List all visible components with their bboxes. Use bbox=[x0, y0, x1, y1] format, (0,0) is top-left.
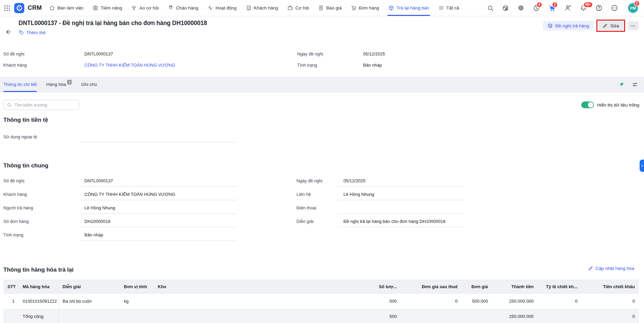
field-search-box bbox=[3, 100, 79, 110]
col-stt[interactable]: STT bbox=[3, 280, 19, 294]
tab-detail-info[interactable]: Thông tin chi tiết bbox=[3, 77, 37, 92]
nav-orders[interactable]: Đơn hàng bbox=[351, 0, 379, 16]
field-underline bbox=[79, 240, 236, 241]
more-actions-button[interactable]: ⋯ bbox=[628, 21, 638, 30]
col-unit[interactable]: Đơn vị tính bbox=[120, 280, 154, 294]
search-icon[interactable] bbox=[487, 5, 494, 11]
add-tag-link[interactable]: Thêm thẻ bbox=[19, 30, 46, 35]
cell-unit-price: 500.000 bbox=[462, 294, 492, 309]
col-unit-price[interactable]: Đơn giá bbox=[462, 280, 492, 294]
nav-customers[interactable]: Khách hàng bbox=[246, 0, 278, 16]
general-description-label: Diễn giải bbox=[297, 219, 314, 224]
cart-blue-icon[interactable]: 2 bbox=[548, 4, 556, 12]
avatar-badge: 2 bbox=[634, 0, 640, 6]
general-customer-link[interactable]: CÔNG TY TNHH KIỂM TOÁN HÙNG VƯƠNG bbox=[84, 192, 175, 197]
page-title: DNTL0000137 - Đề nghị trả lại hàng bán c… bbox=[19, 20, 207, 27]
tabbar-icons bbox=[619, 77, 644, 92]
add-user-icon[interactable] bbox=[564, 4, 571, 11]
col-warehouse[interactable]: Kho bbox=[154, 280, 334, 294]
cart-badge: 2 bbox=[552, 2, 558, 8]
edit-button[interactable]: Sửa bbox=[598, 21, 623, 30]
general-request-no-value: DNTL0000137 bbox=[84, 178, 113, 183]
wallet-icon bbox=[287, 5, 293, 11]
building-icon bbox=[246, 5, 252, 11]
field-underline bbox=[79, 227, 236, 227]
detail-tabbar: Thông tin chi tiết Hàng hóa1 Ghi chú bbox=[0, 77, 644, 92]
col-item-code[interactable]: Mã hàng hóa bbox=[19, 280, 58, 294]
nav-quotes[interactable]: Báo giá bbox=[318, 0, 342, 16]
header-actions: Đề nghị trả hàng Sửa ⋯ bbox=[543, 20, 638, 32]
nav-sales-returns[interactable]: Trả lại hàng bán bbox=[388, 0, 429, 16]
crm-logo-icon[interactable] bbox=[14, 3, 24, 13]
cell-unit: kg bbox=[120, 294, 154, 309]
show-empty-toggle-row: Hiển thị dữ liệu trống bbox=[581, 101, 639, 108]
footer-quantity: 500 bbox=[334, 309, 401, 323]
back-button[interactable] bbox=[5, 28, 12, 36]
field-underline bbox=[79, 186, 236, 187]
pencil-icon bbox=[602, 23, 608, 28]
field-underline bbox=[338, 200, 463, 200]
menu-icon bbox=[438, 5, 444, 11]
field-search-input[interactable] bbox=[14, 102, 76, 108]
activity-icon bbox=[207, 5, 213, 11]
cell-description: Ba chỉ bò cuộn bbox=[58, 294, 120, 309]
summary-status-value: Bản nháp bbox=[363, 63, 382, 68]
notifications-badge: 99+ bbox=[583, 2, 593, 8]
tab-items[interactable]: Hàng hóa1 bbox=[46, 77, 72, 92]
col-quantity[interactable]: Số lượ... bbox=[334, 280, 401, 294]
show-empty-toggle[interactable] bbox=[581, 101, 594, 108]
col-price-after-tax[interactable]: Đơn giá sau thuế bbox=[401, 280, 462, 294]
box-return-icon bbox=[388, 5, 394, 11]
general-description-value: Đề nghị trả lại hàng bán cho đơn hàng DH… bbox=[343, 219, 445, 224]
nav-activities[interactable]: Hoạt động bbox=[207, 0, 236, 16]
general-returner-value: Lê Hồng Nhung bbox=[84, 205, 115, 210]
col-discount-rate[interactable]: Tỷ lệ chiết kh... bbox=[538, 280, 582, 294]
nav-opportunities[interactable]: Cơ hội bbox=[287, 0, 309, 16]
general-returner-label: Người trả hàng bbox=[3, 205, 33, 210]
edit-highlight-box: Sửa bbox=[596, 20, 625, 32]
nav-offers[interactable]: Chào hàng bbox=[168, 0, 198, 16]
help-icon[interactable] bbox=[595, 4, 602, 11]
side-panel-expand-button[interactable] bbox=[640, 160, 644, 172]
general-customer-label: Khách hàng bbox=[3, 192, 27, 197]
nav-workspace[interactable]: Bàn làm việc bbox=[49, 0, 83, 16]
foreign-currency-label: Sử dụng ngoại tệ bbox=[3, 134, 37, 139]
app-grid-icon[interactable] bbox=[4, 5, 10, 11]
general-request-date-label: Ngày đề nghị bbox=[297, 178, 323, 183]
general-order-no-link[interactable]: DH10000018 bbox=[84, 219, 110, 224]
time-tracking-icon[interactable]: 4 bbox=[533, 4, 540, 11]
general-status-label: Tình trạng bbox=[3, 232, 23, 237]
summary-customer-link[interactable]: CÔNG TY TNHH KIỂM TOÁN HÙNG VƯƠNG bbox=[84, 63, 175, 68]
col-discount-amount[interactable]: Tiền chiết khấu bbox=[582, 280, 639, 294]
tab-items-badge: 1 bbox=[67, 80, 72, 85]
person-circle-icon bbox=[93, 5, 98, 11]
magnet-icon bbox=[168, 5, 174, 11]
field-underline bbox=[79, 142, 236, 142]
nav-opportunity-pool[interactable]: Ao cơ hội bbox=[131, 0, 159, 16]
avatar[interactable]: PM 2 bbox=[628, 3, 638, 13]
nav-all[interactable]: Tất cả bbox=[438, 0, 459, 16]
cell-warehouse bbox=[154, 294, 334, 309]
footer-amount: 250.000.000 bbox=[492, 309, 538, 323]
update-items-link[interactable]: Cập nhật hàng hóa bbox=[588, 266, 634, 271]
col-description[interactable]: Diễn giải bbox=[58, 280, 120, 294]
time-badge: 4 bbox=[536, 2, 542, 8]
col-amount[interactable]: Thành tiền bbox=[492, 280, 538, 294]
settings-gear-icon[interactable] bbox=[517, 4, 524, 11]
more-options-icon[interactable] bbox=[611, 4, 618, 11]
general-request-no-label: Số đề nghị bbox=[3, 178, 24, 183]
table-row[interactable]: 1 01001015091222 Ba chỉ bò cuộn kg 500 0… bbox=[3, 294, 639, 309]
app-name: CRM bbox=[28, 4, 42, 11]
package-search-icon[interactable] bbox=[502, 5, 509, 11]
notifications-bell-icon[interactable]: 99+ bbox=[580, 4, 587, 11]
general-contact-link[interactable]: Lê Hồng Nhung bbox=[343, 192, 374, 197]
pin-icon[interactable] bbox=[619, 82, 624, 87]
show-empty-label: Hiển thị dữ liệu trống bbox=[597, 102, 639, 108]
return-request-button[interactable]: Đề nghị trả hàng bbox=[543, 21, 594, 30]
funnel-icon bbox=[131, 5, 137, 11]
tab-notes[interactable]: Ghi chú bbox=[81, 77, 97, 92]
general-order-no-label: Số đơn hàng bbox=[3, 219, 29, 224]
nav-leads[interactable]: Tiềm năng bbox=[93, 0, 122, 16]
field-settings-icon[interactable] bbox=[632, 82, 638, 88]
field-underline bbox=[338, 227, 463, 227]
